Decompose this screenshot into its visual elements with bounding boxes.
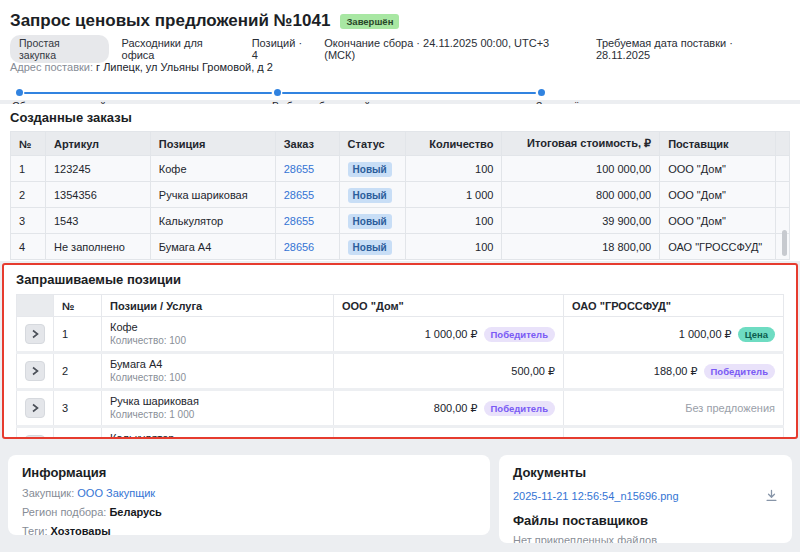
meta-item-delivery-date: Требуемая дата поставки · 28.11.2025 — [596, 37, 790, 61]
order-status-badge: Новый — [348, 240, 392, 255]
order-row: 2 1354356 Ручка шариковая 28655 Новый 1 … — [11, 182, 790, 208]
position-row: 2 Бумага А4 Количество: 100 500,00 ₽ 188… — [17, 353, 784, 390]
offer-price: 1 000,00 ₽ — [679, 328, 732, 341]
order-link[interactable]: 28656 — [284, 241, 315, 253]
order-supplier: ООО "Дом" — [660, 182, 776, 208]
positions-col-expand — [17, 295, 54, 317]
header: Запрос ценовых предложений №1041 Завершё… — [0, 0, 800, 100]
order-position: Кофе — [150, 156, 275, 182]
delivery-address: Адрес поставки: г Липецк, ул Ульяны Гром… — [10, 61, 790, 76]
order-total: 18 800,00 — [502, 234, 660, 260]
order-link[interactable]: 28655 — [284, 189, 315, 201]
positions-col-num: № — [54, 295, 102, 317]
winner-badge: Победитель — [484, 401, 555, 416]
meta-item-deadline: Окончание сбора · 24.11.2025 00:00, UTC+… — [324, 37, 583, 61]
order-link[interactable]: 28655 — [284, 215, 315, 227]
created-orders-title: Созданные заказы — [10, 110, 790, 125]
download-icon — [765, 489, 778, 502]
region-value: Беларусь — [109, 506, 161, 518]
expand-row-button[interactable] — [25, 435, 45, 439]
order-status-badge: Новый — [348, 162, 392, 177]
order-num: 3 — [11, 208, 46, 234]
step-dot-2 — [274, 89, 281, 96]
order-position: Ручка шариковая — [150, 182, 275, 208]
orders-col-supplier: Поставщик — [660, 132, 776, 156]
delivery-address-label: Адрес поставки: — [10, 61, 93, 73]
offer-price: 800,00 ₽ — [434, 402, 478, 415]
info-title: Информация — [22, 465, 476, 480]
orders-col-position: Позиция — [150, 132, 275, 156]
order-article: 1543 — [45, 208, 150, 234]
orders-col-qty: Количество — [405, 132, 502, 156]
positions-col-supplier-dom: ООО "Дом" — [334, 295, 564, 317]
supplier-files-empty: Нет прикрепленных файлов — [513, 534, 778, 543]
info-card: Информация Закупщик: ООО Закупщик Регион… — [8, 455, 490, 535]
offer-price: 500,00 ₽ — [511, 365, 555, 378]
position-num: 1 — [54, 317, 102, 353]
region-label: Регион подбора: — [22, 506, 106, 518]
requested-positions-title: Запрашиваемые позиции — [16, 272, 784, 287]
order-article: 123245 — [45, 156, 150, 182]
position-row: 1 Кофе Количество: 100 1 000,00 ₽Победит… — [17, 317, 784, 353]
order-qty: 100 — [405, 234, 502, 260]
delivery-address-value: г Липецк, ул Ульяны Громовой, д 2 — [96, 61, 273, 73]
order-row: 1 123245 Кофе 28655 Новый 100 100 000,00… — [11, 156, 790, 182]
offer-price: 188,00 ₽ — [654, 365, 698, 378]
positions-table: № Позиции / Услуга ООО "Дом" ОАО "ГРОССФ… — [16, 294, 784, 439]
position-num: 2 — [54, 353, 102, 390]
order-qty: 100 — [405, 208, 502, 234]
order-position: Калькулятор — [150, 208, 275, 234]
position-name: Кофе — [110, 321, 325, 334]
order-position: Бумага А4 — [150, 234, 275, 260]
chevron-right-icon — [31, 366, 39, 376]
orders-col-spacer — [775, 132, 789, 156]
download-button[interactable] — [765, 489, 778, 502]
page: Запрос ценовых предложений №1041 Завершё… — [0, 0, 800, 552]
order-status-badge: Новый — [348, 188, 392, 203]
buyer-link[interactable]: ООО Закупщик — [77, 487, 155, 499]
orders-col-article: Артикул — [45, 132, 150, 156]
order-row: 3 1543 Калькулятор 28655 Новый 100 39 90… — [11, 208, 790, 234]
order-article: 1354356 — [45, 182, 150, 208]
position-num: 3 — [54, 390, 102, 427]
document-link[interactable]: 2025-11-21 12:56:54_n15696.png — [513, 490, 679, 502]
orders-col-num: № — [11, 132, 46, 156]
order-total: 800 000,00 — [502, 182, 660, 208]
expand-row-button[interactable] — [25, 398, 45, 418]
orders-header-row: № Артикул Позиция Заказ Статус Количеств… — [11, 132, 790, 156]
bottom-row: Информация Закупщик: ООО Закупщик Регион… — [8, 455, 792, 543]
orders-table: № Артикул Позиция Заказ Статус Количеств… — [10, 131, 790, 260]
position-qty: Количество: 1 000 — [110, 409, 325, 421]
order-row: 4 Не заполнено Бумага А4 28656 Новый 100… — [11, 234, 790, 260]
position-name: Бумага А4 — [110, 358, 325, 371]
position-name: Калькулятор — [110, 432, 325, 439]
offer-price: 1 000,00 ₽ — [425, 328, 478, 341]
documents-title: Документы — [513, 465, 778, 480]
order-qty: 100 — [405, 156, 502, 182]
position-row: 4 Калькулятор Количество: 100 399,00 ₽По… — [17, 427, 784, 440]
order-link[interactable]: 28655 — [284, 163, 315, 175]
order-total: 39 900,00 — [502, 208, 660, 234]
order-num: 1 — [11, 156, 46, 182]
table-scrollbar-thumb[interactable] — [782, 230, 787, 256]
position-name: Ручка шариковая — [110, 395, 325, 408]
order-qty: 1 000 — [405, 182, 502, 208]
expand-row-button[interactable] — [25, 361, 45, 381]
order-num: 4 — [11, 234, 46, 260]
order-supplier: ООО "Дом" — [660, 156, 776, 182]
position-row: 3 Ручка шариковая Количество: 1 000 800,… — [17, 390, 784, 427]
chevron-right-icon — [31, 403, 39, 413]
buyer-label: Закупщик: — [22, 487, 74, 499]
positions-col-supplier-gross: ОАО "ГРОССФУД" — [564, 295, 784, 317]
price-badge: Цена — [738, 327, 775, 342]
tags-value: Хозтовары — [51, 525, 111, 535]
step-dot-3 — [538, 89, 545, 96]
positions-col-name: Позиции / Услуга — [102, 295, 334, 317]
meta-item-category: Расходники для офиса — [122, 37, 239, 61]
order-article: Не заполнено — [45, 234, 150, 260]
no-offer-text: Без предложения — [685, 402, 775, 414]
expand-row-button[interactable] — [25, 324, 45, 344]
supplier-files-title: Файлы поставщиков — [513, 513, 778, 528]
content-area: Созданные заказы № Артикул Позиция Заказ… — [0, 100, 800, 552]
position-num: 4 — [54, 427, 102, 440]
